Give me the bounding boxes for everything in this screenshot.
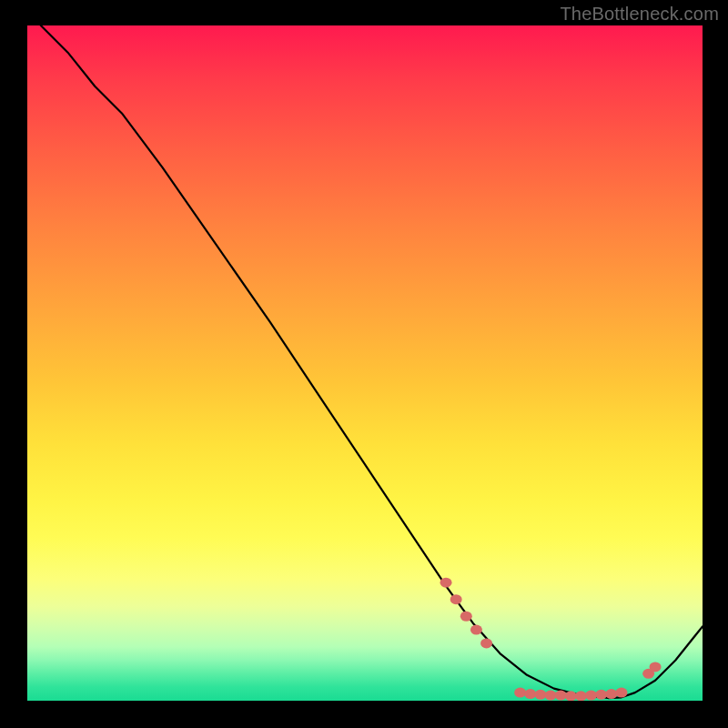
data-point: [440, 578, 452, 588]
data-point: [514, 688, 526, 698]
data-point: [460, 612, 472, 622]
chart-frame: TheBottleneck.com: [0, 0, 728, 728]
data-point: [555, 691, 567, 701]
line-chart: [27, 25, 703, 701]
data-point: [615, 688, 627, 698]
data-point: [524, 689, 536, 699]
watermark-text: TheBottleneck.com: [560, 4, 719, 25]
data-point: [575, 691, 587, 701]
data-point: [605, 689, 617, 699]
data-point: [534, 690, 546, 700]
data-point: [565, 691, 577, 701]
data-point: [585, 691, 597, 701]
data-point: [470, 625, 482, 635]
data-point: [480, 638, 492, 648]
data-point: [595, 690, 607, 700]
curve-path: [41, 25, 703, 698]
plot-area: [27, 25, 703, 701]
dot-group: [440, 578, 662, 701]
data-point: [545, 691, 557, 701]
data-point: [450, 594, 462, 604]
data-point: [650, 662, 662, 672]
